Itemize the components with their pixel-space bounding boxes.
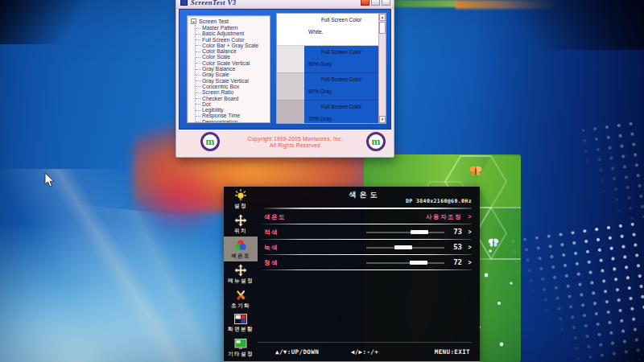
minimize-button[interactable] [371, 0, 380, 6]
sidebar-item-misc-settings[interactable]: 기타설정 [224, 336, 258, 361]
blue-slider[interactable] [366, 262, 444, 264]
tree-item[interactable]: Gray Scale [196, 72, 268, 77]
copyright-text: Copyright 1999-2005 Moniworks, Inc. All … [235, 136, 355, 149]
sidebar-item-color-temp[interactable]: 색온도 [224, 237, 258, 261]
osd-footer: ▲/▼:UP/DOWN ◀/▶:-/+ MENU:EXIT [258, 342, 472, 361]
preview-subtitle: White. [308, 29, 378, 35]
osd-settings-list: 색온도 사용자조정 > 적색 73 > 녹색 53 > 청색 [264, 209, 472, 270]
input-signal-status: DP 3840x2160@60.0Hz [406, 198, 472, 204]
sidebar-label: 초기화 [224, 302, 258, 310]
preview-title: Full Screen Color [304, 76, 378, 82]
chevron-right-icon: > [468, 228, 471, 236]
menu-arrows-icon [234, 264, 247, 277]
osd-main: 색온도 DP 3840x2160@60.0Hz 색온도 사용자조정 > 적색 7… [258, 187, 472, 361]
tree-item[interactable]: Concentric Box [196, 84, 268, 89]
color-swatch [277, 46, 304, 73]
wallpaper-red-glow [135, 161, 228, 237]
screen-split-icon [234, 314, 247, 325]
scroll-down-icon[interactable]: ▼ [379, 116, 386, 123]
brightness-bulb-icon [234, 189, 247, 202]
tree-item[interactable]: Demonstration [196, 119, 268, 123]
sidebar-label: 화면분할 [224, 326, 258, 333]
tree-children: Master Pattern Basic Adjustment Full Scr… [195, 25, 268, 123]
scroll-up-icon[interactable]: ▲ [379, 14, 386, 21]
app-icon [180, 0, 188, 6]
sidebar-label: 기타설정 [224, 351, 258, 358]
close-button[interactable] [361, 0, 369, 6]
tree-item[interactable]: Gray Balance [196, 66, 268, 72]
wallpaper-green-streak [388, 0, 457, 7]
setting-label: 청색 [264, 259, 279, 267]
tree-item[interactable]: Checker Board [196, 96, 268, 101]
setting-row-red[interactable]: 적색 73 > [264, 224, 472, 240]
sidebar-label: 색온도 [224, 253, 258, 260]
slider-thumb[interactable] [411, 230, 428, 234]
setting-value: 72 [453, 258, 462, 266]
preview-title: Full Screen Color [304, 104, 378, 109]
tree-item[interactable]: Master Pattern [196, 25, 268, 31]
chevron-right-icon: > [468, 212, 471, 220]
screentest-window: ScreenTest V3 Screen Test Master Pattern… [175, 0, 394, 158]
tree-item[interactable]: Dot [196, 101, 268, 107]
setting-label: 색온도 [264, 213, 286, 221]
maximize-button[interactable] [382, 0, 390, 6]
window-body: Screen Test Master Pattern Basic Adjustm… [179, 9, 391, 130]
tree-collapse-icon[interactable] [191, 19, 196, 24]
slider-thumb[interactable] [394, 245, 412, 249]
tree-item[interactable]: Basic Adjustment [196, 31, 268, 36]
tree-item[interactable]: Color Scale [196, 54, 268, 60]
preview-title: Full Screen Color [304, 49, 378, 55]
test-tree-panel: Screen Test Master Pattern Basic Adjustm… [187, 15, 270, 123]
color-swatch [277, 14, 304, 46]
sidebar-label: 메뉴설정 [224, 278, 258, 285]
setting-value: 53 [453, 243, 462, 251]
sidebar-item-position[interactable]: 위치 [224, 212, 258, 237]
green-slider[interactable] [366, 247, 444, 249]
sidebar-item-reset[interactable]: 초기화 [224, 286, 258, 311]
chevron-right-icon: > [468, 258, 471, 266]
test-preview-panel: Full Screen Color White. Full Screen Col… [276, 13, 386, 124]
tree-item[interactable]: Legibility [196, 107, 268, 113]
window-titlebar[interactable]: ScreenTest V3 [176, 0, 394, 9]
hint-minus-plus: ◀/▶:-/+ [351, 348, 378, 356]
mouse-cursor [44, 172, 55, 191]
setting-row-color-temp[interactable]: 색온도 사용자조정 > [264, 209, 472, 224]
setting-value: 사용자조정 [426, 213, 462, 221]
tree-root[interactable]: Screen Test [191, 19, 268, 24]
sidebar-label: 위치 [224, 228, 258, 235]
preview-title: Full Screen Color [304, 17, 378, 23]
copyright-banner: m Copyright 1999-2005 Moniworks, Inc. Al… [179, 130, 391, 154]
window-title: ScreenTest V3 [191, 0, 236, 6]
copyright-line2: All Rights Reserved [235, 142, 355, 149]
tree-item[interactable]: Color Scale Vertical [196, 60, 268, 66]
color-rgb-icon [234, 239, 247, 252]
chevron-right-icon: > [468, 243, 471, 251]
color-swatch [277, 101, 304, 124]
tree-item[interactable]: Full Screen Color [196, 37, 268, 43]
tree-item[interactable]: Response Time [196, 113, 268, 118]
tree-item[interactable]: Color Balance [196, 48, 268, 54]
preview-row: Full Screen Color 90% Gray. [277, 46, 378, 73]
sidebar-item-screen-split[interactable]: 화면분할 [224, 311, 258, 336]
tree-item[interactable]: Screen Ratio [196, 89, 268, 95]
setting-row-green[interactable]: 녹색 53 > [264, 240, 472, 255]
hint-menu-exit: MENU:EXIT [435, 348, 470, 356]
hint-up-down: ▲/▼:UP/DOWN [275, 348, 319, 356]
sidebar-item-menu-settings[interactable]: 메뉴설정 [224, 261, 258, 286]
moniworks-logo: m [200, 132, 220, 151]
scrollbar[interactable]: ▲ ▼ [378, 14, 386, 123]
preview-subtitle: 70% Gray. [308, 116, 378, 121]
copyright-line1: Copyright 1999-2005 Moniworks, Inc. [235, 136, 355, 142]
butterfly-icon [488, 237, 499, 251]
tree-item[interactable]: Color Bar + Gray Scale [196, 43, 268, 48]
preview-row: Full Screen Color 70% Gray. [277, 101, 378, 124]
tree-item[interactable]: Gray Scale Vertical [196, 78, 268, 84]
preview-subtitle: 80% Gray. [308, 88, 378, 94]
red-slider[interactable] [366, 232, 444, 233]
setting-value: 73 [453, 228, 462, 236]
setting-row-blue[interactable]: 청색 72 > [264, 255, 472, 270]
sidebar-item-settings[interactable]: 설정 [224, 187, 258, 212]
scrollbar-thumb[interactable] [379, 22, 386, 34]
slider-thumb[interactable] [410, 261, 427, 265]
setting-label: 녹색 [264, 244, 279, 252]
